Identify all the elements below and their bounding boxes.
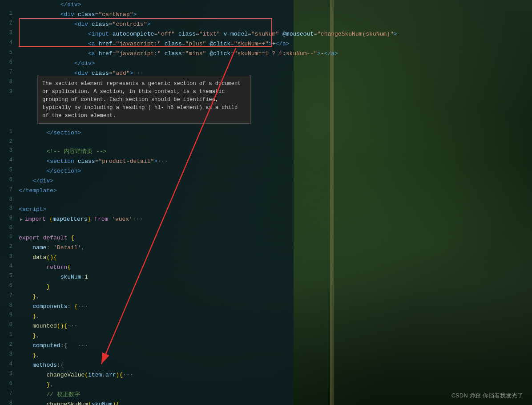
code-line: 4 return{ [0, 263, 294, 272]
watermark-text: CSDN @歪 你挡着我发光了 [451, 392, 523, 399]
line-content: <section class="product-detail">··· [17, 157, 294, 166]
line-content: </div> [17, 0, 294, 9]
line-number: 3 [0, 253, 17, 259]
line-content: export default { [17, 234, 294, 243]
code-line: 2 [0, 138, 294, 147]
line-number: 4 [0, 157, 17, 163]
line-content: methods:{ [17, 361, 294, 370]
line-content: <input autocomplete="off" class="itxt" v… [17, 30, 397, 39]
line-number: 0 [0, 225, 17, 231]
code-line: 6 } [0, 282, 294, 292]
line-number: 8 [0, 400, 17, 405]
code-line: 1 </section> [0, 128, 294, 138]
code-line: 9 }, [0, 312, 294, 321]
line-content: components: {··· [17, 302, 294, 311]
code-line: 5 <a href="javascript:" class="mins" @cl… [0, 49, 294, 59]
code-line: 2 <div class="controls"> [0, 20, 294, 29]
line-content: }, [17, 351, 294, 360]
line-number: 5 [0, 273, 17, 279]
line-number: 2 [0, 341, 17, 348]
line-number: 8 [0, 196, 17, 202]
road-line [330, 0, 334, 405]
line-content: ▶import {mapGetters} from 'vuex'··· [17, 215, 294, 224]
line-number: 4 [0, 40, 17, 46]
code-line: 3 <script> [0, 205, 294, 215]
line-number: 3 [0, 30, 17, 36]
line-content: data(){ [17, 253, 294, 262]
line-content: mounted(){··· [17, 322, 294, 331]
line-content: return{ [17, 263, 294, 272]
code-line: 2 name: 'Detail', [0, 243, 294, 253]
code-line: 4 <a href="javascript:" class="plus" @cl… [0, 39, 294, 49]
line-number: 7 [0, 292, 17, 299]
line-number: 2 [0, 20, 17, 26]
line-number: 8 [0, 302, 17, 308]
line-content: <!-- 内容详情页 --> [17, 147, 294, 156]
code-line: 6 </div> [0, 59, 294, 69]
code-line: 0 [0, 224, 294, 233]
line-content: </section> [17, 129, 294, 138]
line-number: 4 [0, 361, 17, 367]
code-line: 8 components: {··· [0, 302, 294, 312]
line-number: 3 [0, 205, 17, 211]
line-content: }, [17, 381, 294, 389]
line-number: 1 [0, 129, 17, 135]
code-line: 4 <section class="product-detail">··· [0, 157, 294, 166]
line-content: </div> [17, 177, 294, 186]
line-content: <a href="javascript:" class="plus" @clic… [17, 40, 294, 49]
line-number: 7 [0, 186, 17, 193]
line-number: 0 [0, 322, 17, 328]
line-number: 6 [0, 381, 17, 387]
line-number: 1 [0, 10, 17, 16]
line-number: 8 [0, 79, 17, 85]
line-number: 7 [0, 390, 17, 397]
code-line: 1 <div class="cartWrap"> [0, 10, 294, 20]
line-number: 2 [0, 138, 17, 145]
line-number: 6 [0, 177, 17, 183]
line-number: 5 [0, 371, 17, 377]
line-number: 4 [0, 263, 17, 269]
line-number: 9 [0, 215, 17, 221]
line-content: }, [17, 332, 294, 340]
code-line: 1 export default { [0, 233, 294, 243]
line-number: 1 [0, 234, 17, 240]
line-content: } [17, 283, 294, 292]
code-line: 5 </section> [0, 166, 294, 176]
line-number: 3 [0, 351, 17, 357]
code-line: 4 methods:{ [0, 360, 294, 370]
line-content: changeSkuNum(skuNum){ [17, 400, 294, 405]
code-editor-panel: The section element represents a generic… [0, 0, 294, 405]
code-line: 8 changeSkuNum(skuNum){ [0, 400, 294, 405]
line-content: <a href="javascript:" class="mins" @clic… [17, 49, 338, 58]
line-number: 3 [0, 147, 17, 154]
code-line: 3 <!-- 内容详情页 --> [0, 147, 294, 157]
line-number: 1 [0, 332, 17, 338]
line-number: 9 [0, 89, 17, 95]
code-line: 6 }, [0, 380, 294, 390]
line-content: </template> [17, 186, 294, 195]
line-content: </div> [17, 59, 294, 68]
code-line: 8 [0, 196, 294, 205]
line-content: changeValue(item,arr){··· [17, 371, 294, 380]
line-number: 6 [0, 283, 17, 289]
line-number: 5 [0, 49, 17, 56]
code-line: 0 mounted(){··· [0, 321, 294, 331]
line-content: skuNum:1 [17, 273, 294, 282]
line-content: <script> [17, 205, 294, 214]
tooltip-text: The section element represents a generic… [42, 81, 241, 119]
code-line: 6 </div> [0, 176, 294, 186]
line-content: computed:{ ··· [17, 341, 294, 350]
line-number: 7 [0, 69, 17, 75]
line-content: name: 'Detail', [17, 243, 294, 252]
code-line: 5 changeValue(item,arr){··· [0, 370, 294, 380]
tooltip-description: The section element represents a generic… [37, 76, 251, 124]
code-line: 3 }, [0, 351, 294, 360]
code-line: 7 </template> [0, 186, 294, 196]
code-line: </div> [0, 0, 294, 10]
csdn-watermark: CSDN @歪 你挡着我发光了 [451, 392, 523, 400]
line-number: 2 [0, 243, 17, 250]
line-number: 9 [0, 312, 17, 318]
line-content: <div class="cartWrap"> [17, 10, 294, 19]
code-line: 9 ▶import {mapGetters} from 'vuex'··· [0, 215, 294, 224]
line-number: 6 [0, 59, 17, 65]
